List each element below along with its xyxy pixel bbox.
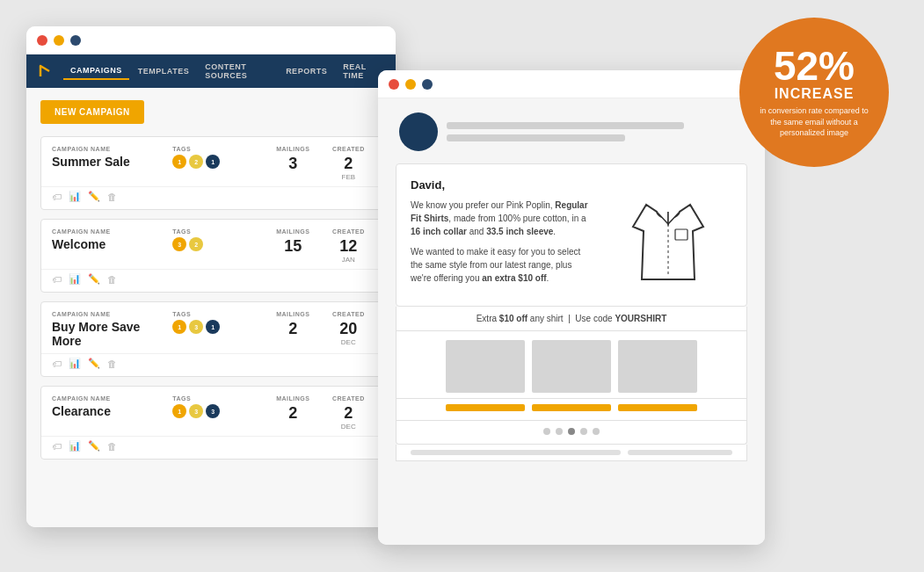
col-tags: TAGS 3 2 — [172, 228, 259, 251]
tag-dot-navy: 1 — [206, 320, 220, 334]
delete-icon[interactable]: 🗑 — [107, 274, 117, 285]
email-text-section: David, We know you prefer our Pink Popli… — [411, 178, 591, 292]
email-footer-line — [396, 445, 747, 461]
email-promo-bar: Extra $10 off any shirt | Use code YOURS… — [396, 307, 747, 331]
campaign-card-summer-sale: CAMPAIGN NAME Summer Sale TAGS 1 2 1 MAI… — [40, 136, 382, 210]
nav-dot-5[interactable] — [593, 428, 600, 435]
tag-icon[interactable]: 🏷 — [52, 441, 62, 452]
col-name: CAMPAIGN NAME Summer Sale — [52, 146, 164, 169]
dot-yellow — [405, 79, 416, 90]
product-btn-row — [396, 399, 747, 421]
col-mailings: MAILINGS 2 — [268, 395, 318, 423]
dot-yellow — [54, 35, 64, 46]
nav-dot-1[interactable] — [543, 428, 550, 435]
chart-icon[interactable]: 📊 — [69, 440, 81, 452]
mailings-num: 2 — [268, 404, 318, 423]
nav-dot-3[interactable] — [568, 428, 575, 435]
footer-line-placeholder-1 — [411, 450, 621, 455]
tags-dots: 3 2 — [172, 237, 259, 251]
nav-bar: CAMPAIGNS TEMPLATES CONTENT SOURCES REPO… — [26, 54, 396, 88]
created-num: 2 — [327, 155, 370, 173]
col-tags: TAGS 1 3 1 — [172, 311, 259, 334]
dot-red — [389, 79, 399, 90]
product-image-2 — [532, 340, 611, 393]
created-num: 2 — [327, 404, 370, 423]
tag-dot-orange: 1 — [172, 404, 186, 418]
chart-icon[interactable]: 📊 — [69, 358, 81, 369]
nav-dot-4[interactable] — [580, 428, 587, 435]
dot-blue — [70, 35, 81, 46]
col-created: CREATED 12 JAN — [327, 228, 370, 264]
col-name: CAMPAIGN NAME Welcome — [52, 228, 164, 251]
tags-dots: 1 2 1 — [172, 155, 259, 169]
col-label-name: CAMPAIGN NAME — [52, 228, 164, 235]
new-campaign-button[interactable]: NEW CAMPAIGN — [40, 100, 144, 124]
tag-dot-orange: 1 — [172, 320, 186, 334]
nav-dot-2[interactable] — [556, 428, 563, 435]
product-btn-2[interactable] — [532, 404, 611, 411]
col-label-name: CAMPAIGN NAME — [52, 311, 164, 317]
edit-icon[interactable]: ✏️ — [88, 191, 100, 202]
tag-icon[interactable]: 🏷 — [52, 274, 62, 285]
tag-dot-orange: 3 — [172, 237, 186, 251]
col-label-created: CREATED — [327, 228, 370, 235]
header-line-1 — [447, 122, 684, 129]
campaign-row: CAMPAIGN NAME Buy More Save More TAGS 1 … — [41, 302, 381, 353]
window-titlebar-right — [378, 70, 765, 98]
mailings-num: 15 — [268, 237, 318, 256]
email-paragraph-2: We wanted to make it easy for you to sel… — [411, 245, 591, 285]
created-num: 12 — [327, 237, 370, 256]
delete-icon[interactable]: 🗑 — [107, 192, 117, 202]
footer-line-placeholder-2 — [628, 450, 732, 455]
col-label-mailings: MAILINGS — [268, 228, 318, 235]
scene: CAMPAIGNS TEMPLATES CONTENT SOURCES REPO… — [0, 0, 924, 572]
tag-dot-orange: 1 — [172, 155, 186, 169]
nav-campaigns[interactable]: CAMPAIGNS — [63, 62, 129, 80]
nav-reports[interactable]: REPORTS — [279, 63, 334, 79]
product-image-1 — [446, 340, 525, 393]
campaign-row: CAMPAIGN NAME Summer Sale TAGS 1 2 1 MAI… — [41, 137, 381, 186]
tag-dot-navy: 3 — [206, 404, 220, 418]
chart-icon[interactable]: 📊 — [69, 273, 81, 285]
nav-content-sources[interactable]: CONTENT SOURCES — [198, 59, 277, 83]
campaign-card-clearance: CAMPAIGN NAME Clearance TAGS 1 3 3 MAILI… — [40, 386, 382, 460]
badge-description: in conversion rate compared to the same … — [757, 105, 871, 139]
campaigns-window: CAMPAIGNS TEMPLATES CONTENT SOURCES REPO… — [26, 26, 396, 527]
email-nav-dots — [396, 421, 747, 445]
tag-icon[interactable]: 🏷 — [52, 192, 62, 202]
col-tags: TAGS 1 3 3 — [172, 395, 259, 418]
col-mailings: MAILINGS 3 — [268, 146, 318, 173]
col-label-tags: TAGS — [172, 146, 259, 152]
mailings-num: 3 — [268, 155, 318, 173]
campaign-name: Buy More Save More — [52, 320, 164, 348]
delete-icon[interactable]: 🗑 — [107, 358, 117, 369]
tags-dots: 1 3 3 — [172, 404, 259, 418]
conversion-badge: 52% INCREASE in conversion rate compared… — [739, 18, 889, 167]
badge-percent: 52% — [774, 46, 855, 86]
col-label-tags: TAGS — [172, 228, 259, 235]
tag-icon[interactable]: 🏷 — [52, 358, 62, 369]
created-month: JAN — [327, 256, 370, 264]
edit-icon[interactable]: ✏️ — [88, 440, 100, 452]
chart-icon[interactable]: 📊 — [69, 191, 81, 202]
col-label-mailings: MAILINGS — [268, 146, 318, 152]
product-btn-3[interactable] — [618, 404, 697, 411]
created-month: FEB — [327, 173, 370, 181]
campaign-row: CAMPAIGN NAME Welcome TAGS 3 2 MAILINGS … — [41, 220, 381, 269]
delete-icon[interactable]: 🗑 — [107, 441, 117, 452]
col-label-created: CREATED — [327, 311, 370, 317]
nav-logo — [37, 62, 55, 81]
col-label-tags: TAGS — [172, 311, 259, 317]
email-preview-content: David, We know you prefer our Pink Popli… — [378, 98, 765, 545]
col-label-mailings: MAILINGS — [268, 311, 318, 317]
tag-dot-yellow: 3 — [189, 404, 203, 418]
window-titlebar-left — [26, 26, 396, 54]
product-btn-1[interactable] — [446, 404, 525, 411]
edit-icon[interactable]: ✏️ — [88, 358, 100, 369]
col-created: CREATED 20 DEC — [327, 311, 370, 346]
nav-templates[interactable]: TEMPLATES — [131, 63, 196, 79]
edit-icon[interactable]: ✏️ — [88, 273, 100, 285]
tag-dot-navy: 1 — [206, 155, 220, 169]
col-name: CAMPAIGN NAME Clearance — [52, 395, 164, 418]
campaign-row: CAMPAIGN NAME Clearance TAGS 1 3 3 MAILI… — [41, 387, 381, 436]
